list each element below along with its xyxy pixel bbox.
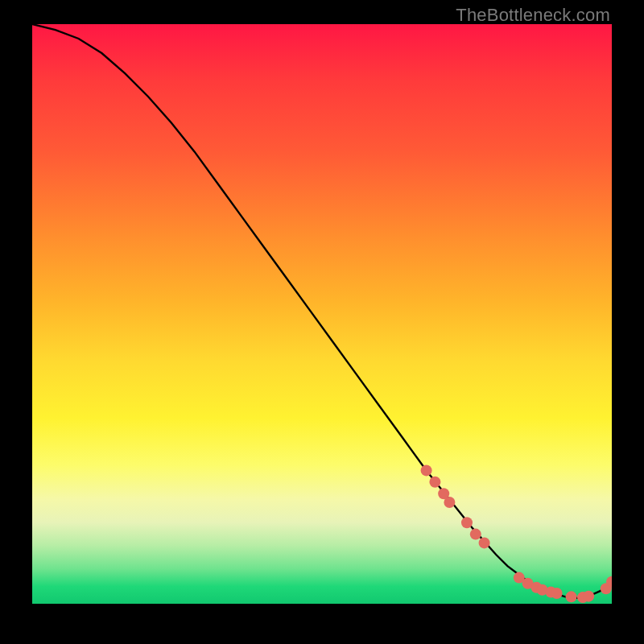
watermark-text: TheBottleneck.com [456,5,610,26]
curve-marker [444,497,455,508]
curve-marker [429,477,440,488]
curve-marker [479,537,490,548]
curve-marker [583,591,594,602]
chart-frame: TheBottleneck.com [0,0,644,644]
curve-marker [421,464,432,476]
curve-marker [461,517,473,528]
curve-marker [566,591,577,602]
bottleneck-curve [32,24,612,598]
curve-marker [551,588,563,599]
curve-marker [470,529,481,540]
chart-svg [32,24,612,604]
curve-markers [421,464,612,603]
plot-area [32,24,612,604]
